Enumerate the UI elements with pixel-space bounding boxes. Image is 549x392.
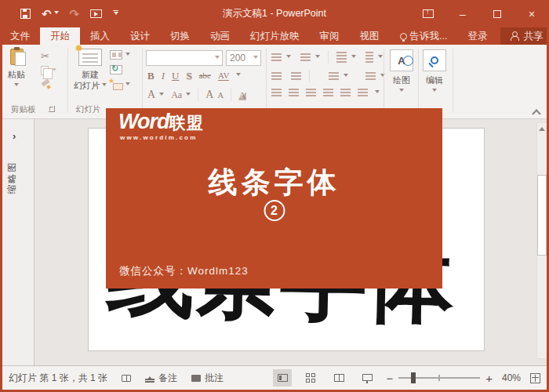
collapse-ribbon-icon[interactable] xyxy=(532,109,540,118)
slide-number-indicator: 幻灯片 第 1 张，共 1 张 xyxy=(9,372,107,385)
text-shadow-button[interactable]: S xyxy=(186,71,191,81)
distribute-button[interactable] xyxy=(340,89,351,96)
scroll-up-icon[interactable] xyxy=(537,123,547,134)
clear-formatting-button[interactable]: A xyxy=(238,90,245,100)
tab-design[interactable]: 设计 xyxy=(120,27,160,45)
customize-qat-icon[interactable] xyxy=(113,10,118,18)
tab-view[interactable]: 视图 xyxy=(350,27,390,45)
maximize-button[interactable] xyxy=(480,0,514,27)
redo-icon: ↷ xyxy=(70,8,80,20)
undo-dropdown-icon[interactable] xyxy=(54,11,59,16)
copy-icon xyxy=(41,66,49,75)
person-add-icon xyxy=(510,31,519,41)
fit-slide-to-window-icon[interactable] xyxy=(530,373,540,383)
justify-button[interactable] xyxy=(323,89,333,96)
status-bar: 幻灯片 第 1 张，共 1 张 备注 批注 − + 40% xyxy=(2,365,547,390)
change-case-button[interactable]: Aa xyxy=(171,90,182,100)
decrease-font-size-button[interactable]: A xyxy=(217,91,224,100)
numbering-button[interactable] xyxy=(300,53,311,61)
font-name-combobox[interactable] xyxy=(146,50,223,66)
comments-button[interactable]: 批注 xyxy=(191,372,224,385)
line-spacing-button[interactable] xyxy=(336,52,347,63)
overlay-step-number: 2 xyxy=(264,200,285,221)
thumbnail-pane-label: 缩略图 xyxy=(5,154,19,201)
tab-insert[interactable]: 插入 xyxy=(80,27,120,45)
increase-font-size-button[interactable]: A xyxy=(205,89,213,100)
start-slideshow-icon[interactable] xyxy=(90,9,102,18)
tab-transitions[interactable]: 切换 xyxy=(160,27,200,45)
align-right-button[interactable] xyxy=(306,89,316,96)
convert-to-smartart-button[interactable] xyxy=(358,89,368,96)
decrease-indent-button[interactable] xyxy=(271,72,282,80)
character-spacing-button[interactable]: AV xyxy=(218,71,229,81)
zoom-out-button[interactable]: − xyxy=(386,372,393,384)
bold-button[interactable]: B xyxy=(147,71,155,81)
zoom-slider[interactable] xyxy=(398,377,480,379)
editing-button[interactable]: 编辑 xyxy=(423,49,446,94)
spell-check-button[interactable] xyxy=(122,375,131,382)
paste-dropdown-icon[interactable] xyxy=(14,83,19,89)
zoom-slider-thumb[interactable] xyxy=(411,372,416,383)
drawing-icon: A xyxy=(398,55,405,67)
new-slide-button[interactable]: 新建 幻灯片 xyxy=(74,49,107,92)
lightbulb-icon xyxy=(400,33,407,40)
close-button[interactable]: × xyxy=(514,0,549,27)
zoom-level[interactable]: 40% xyxy=(502,372,521,383)
quick-access-toolbar: ↶ ↷ xyxy=(20,8,118,20)
save-icon[interactable] xyxy=(20,9,31,19)
comment-icon xyxy=(191,375,201,382)
italic-button[interactable]: I xyxy=(162,71,165,81)
reading-view-icon xyxy=(334,374,344,382)
window-border-left xyxy=(0,27,2,392)
normal-view-button[interactable] xyxy=(273,369,292,387)
font-color-button[interactable]: A xyxy=(147,89,155,100)
align-center-button[interactable] xyxy=(289,89,299,96)
notes-icon xyxy=(145,374,155,382)
slideshow-view-button[interactable] xyxy=(358,369,376,387)
reset-slide-icon[interactable] xyxy=(110,65,122,74)
font-size-combobox[interactable]: 200 xyxy=(226,50,261,66)
share-button[interactable]: 共享 xyxy=(500,27,549,45)
increase-indent-button[interactable] xyxy=(291,72,301,80)
new-slide-dropdown-icon[interactable] xyxy=(102,83,107,89)
sign-in-button[interactable]: 登录 xyxy=(457,27,497,45)
clipboard-dialog-launcher-icon[interactable] xyxy=(49,106,55,112)
brand-logo: Word联盟 xyxy=(118,111,204,132)
minimize-button[interactable]: – xyxy=(445,0,480,27)
thumbnail-pane-collapsed[interactable]: › 缩略图 xyxy=(2,119,35,365)
strikethrough-button[interactable]: abc xyxy=(199,71,211,80)
tell-me-box[interactable]: 告诉我... xyxy=(390,27,458,45)
underline-button[interactable]: U xyxy=(172,71,179,81)
vertical-scrollbar[interactable] xyxy=(536,122,547,359)
bullets-button[interactable] xyxy=(271,53,282,61)
undo-icon[interactable]: ↶ xyxy=(42,8,59,20)
expand-pane-chevron-icon[interactable]: › xyxy=(13,130,16,142)
section-icon[interactable] xyxy=(110,80,122,89)
spell-check-icon xyxy=(122,375,131,382)
titlebar: ↶ ↷ 演示文稿1 - PowerPoint – × xyxy=(0,0,549,27)
align-text-button[interactable] xyxy=(365,72,376,80)
scrollbar-thumb[interactable] xyxy=(537,175,547,256)
tab-file[interactable]: 文件 xyxy=(0,27,40,45)
notes-button[interactable]: 备注 xyxy=(145,372,177,385)
character-spacing-dropdown-icon[interactable] xyxy=(236,73,241,78)
tab-review[interactable]: 审阅 xyxy=(310,27,350,45)
tab-slideshow[interactable]: 幻灯片放映 xyxy=(240,27,310,45)
slides-group-label: 幻灯片 xyxy=(76,104,101,115)
tab-animations[interactable]: 动画 xyxy=(200,27,240,45)
zoom-in-button[interactable]: + xyxy=(485,372,493,384)
text-direction-button[interactable] xyxy=(365,52,373,63)
drawing-button[interactable]: A 绘图 xyxy=(390,49,413,94)
ribbon-display-options-button[interactable] xyxy=(411,0,445,27)
align-left-button[interactable] xyxy=(271,89,282,96)
reading-view-button[interactable] xyxy=(329,369,348,387)
paste-icon xyxy=(10,49,24,65)
cut-icon[interactable]: ✂ xyxy=(41,51,56,61)
slide-sorter-view-button[interactable] xyxy=(301,369,320,387)
watermark-overlay: Word联盟 www.wordlm.com 线条字体 2 微信公众号：Wordl… xyxy=(106,108,442,289)
columns-button[interactable] xyxy=(329,72,339,80)
normal-view-icon xyxy=(278,374,288,382)
layout-icon[interactable] xyxy=(110,50,122,60)
paste-button[interactable]: 粘贴 xyxy=(8,49,25,89)
format-painter-icon xyxy=(41,80,50,89)
